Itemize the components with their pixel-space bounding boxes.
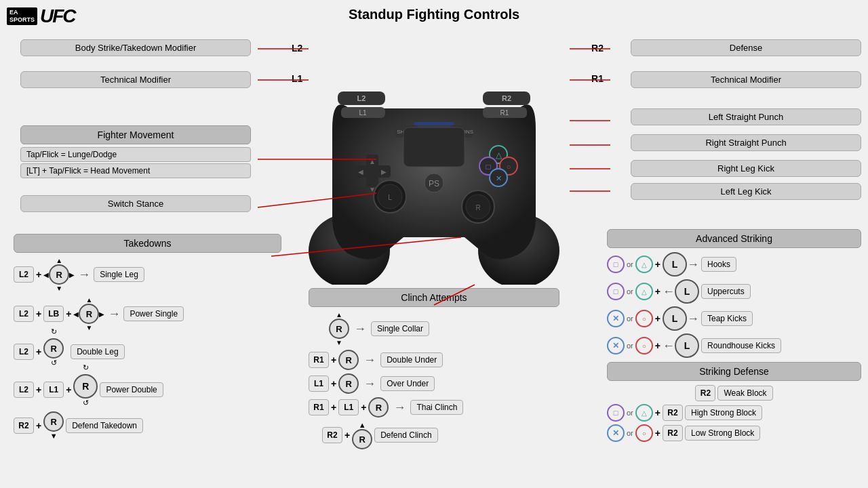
takedown-defend-row: R2 + R ▼ Defend Takedown [14,411,281,440]
r-stick-rotate-1: ↻ R ↺ [43,336,64,367]
hooks-result: Hooks [701,257,736,272]
svg-text:△: △ [496,150,502,160]
fighter-movement-header: Fighter Movement [20,125,251,144]
r1-btn-c1: R1 [309,352,329,368]
circle-icon-1: ○ [635,310,653,327]
l2-btn-4: L2 [14,382,34,398]
single-leg-result: Single Leg [94,267,144,282]
controller-image: L2 R2 L1 R1 SHARE OPTIONS PS ▲ ▼ ◀ ▶ △ [268,41,600,298]
teap-kicks-result: Teap Kicks [701,311,753,326]
left-leg-kick-label: Left Leg Kick [631,183,861,200]
svg-rect-14 [403,127,465,167]
r2-btn-sd1: R2 [695,385,715,401]
svg-text:L2: L2 [357,94,366,102]
l1-btn-c2: L1 [338,399,359,415]
r-stick-down: R ▼ [43,411,64,440]
clinch-section: Clinch Attempts ▲ R ▼ → Single Collar R1… [309,288,559,452]
controller-svg: L2 R2 L1 R1 SHARE OPTIONS PS ▲ ▼ ◀ ▶ △ [278,54,590,285]
takedowns-section: Takedowns L2 + ▲ ◀ R ▶ ▼ → Single Leg L2… [14,234,281,443]
fighter-movement-section: Fighter Movement Tap/Flick = Lunge/Dodge… [20,125,251,180]
r-stick-right-2: ▲ ◀ R ▶ ▼ [73,296,104,331]
svg-text:✕: ✕ [496,174,502,182]
square-icon-1: □ [607,256,625,273]
l2-btn-2: L2 [14,306,34,322]
logo: EASPORTS UFC [7,5,75,27]
lb-btn: LB [43,306,64,322]
l-stick-right-2: L → [663,306,699,331]
r-stick-right-c3: R [338,373,359,394]
switch-stance-label: Switch Stance [20,195,251,212]
power-single-result: Power Single [123,306,184,321]
uppercuts-result: Uppercuts [701,284,751,299]
clinch-thai-clinch-row: R1 + L1 + R → Thai Clinch [309,397,559,418]
r-stick-right-c2: R [338,350,359,370]
right-straight-punch-label: Right Straight Punch [631,134,861,151]
svg-text:▲: ▲ [369,158,376,165]
clinch-single-collar-row: ▲ R ▼ → Single Collar [309,311,559,346]
circle-icon-3: ○ [635,424,653,442]
takedown-power-double-row: L2 + L1 + ↻ R ↺ Power Double [14,371,281,407]
ufc-logo-text: UFC [40,5,75,27]
tap-flick-label: Tap/Flick = Lunge/Dodge [20,147,251,162]
r-stick-rotate-2: ↻ R ↺ [73,371,98,407]
advanced-striking-section: Advanced Striking □ or △ + L → Hooks □ o… [607,229,861,445]
high-strong-block-row: □ or △ + R2 High Strong Block [607,404,861,422]
cross-icon-1: ✕ [607,310,625,327]
weak-block-result: Weak Block [717,386,772,401]
page-title: Standup Fighting Controls [0,0,868,26]
l1-btn-c1: L1 [309,375,329,392]
right-leg-kick-label: Right Leg Kick [631,160,861,177]
triangle-icon-2: △ [635,283,653,300]
defend-takedown-result: Defend Takedown [66,418,143,433]
high-strong-block-result: High Strong Block [685,405,762,420]
takedowns-header: Takedowns [14,234,281,253]
triangle-icon-1: △ [635,256,653,273]
svg-text:◀: ◀ [358,168,363,176]
circle-icon-2: ○ [635,337,653,354]
r-stick-right-1: ▲ ◀ R ▶ ▼ [43,257,75,292]
double-under-result: Double Under [380,352,443,367]
l1-btn: L1 [43,382,64,398]
teap-kicks-row: ✕ or ○ + L → Teap Kicks [607,306,861,331]
clinch-double-under-row: R1 + R → Double Under [309,350,559,370]
cross-icon-2: ✕ [607,337,625,354]
r-stick-right-c4: R [368,397,389,418]
tech-modifier-left-label: Technical Modifier [20,71,251,88]
roundhouse-kicks-row: ✕ or ○ + ← L Roundhouse Kicks [607,333,861,358]
striking-defense-header: Striking Defense [607,362,861,381]
over-under-result: Over Under [380,376,435,391]
svg-text:□: □ [486,162,490,171]
takedown-power-single-row: L2 + LB + ▲ ◀ R ▶ ▼ → Power Single [14,296,281,331]
svg-text:L1: L1 [359,109,367,117]
r2-btn: R2 [14,418,34,434]
clinch-defend-row: R2 + ▲ R Defend Clinch [309,421,559,449]
left-straight-punch-label: Left Straight Punch [631,108,861,125]
clinch-over-under-row: L1 + R → Over Under [309,373,559,394]
adv-striking-header: Advanced Striking [607,229,861,248]
r-stick-right-c1: ▲ R ▼ [329,311,349,346]
defense-label: Defense [631,39,861,56]
lt-tap-label: [LT] + Tap/Flick = Head Movement [20,163,251,178]
weak-block-row: R2 Weak Block [607,385,861,401]
svg-text:▶: ▶ [381,168,387,176]
l-stick-left-2: ← L [663,333,699,358]
hooks-row: □ or △ + L → Hooks [607,252,861,277]
l2-btn-3: L2 [14,344,34,360]
svg-text:R2: R2 [502,94,511,102]
power-double-result: Power Double [100,382,163,397]
uppercuts-row: □ or △ + ← L Uppercuts [607,279,861,304]
svg-text:○: ○ [507,163,511,171]
svg-text:L: L [388,194,392,201]
svg-text:PS: PS [429,179,439,188]
square-icon-2: □ [607,283,625,300]
l-stick-left-1: ← L [663,279,699,304]
square-icon-3: □ [607,404,625,422]
defend-clinch-result: Defend Clinch [374,428,437,443]
r2-btn-sd2: R2 [663,405,683,421]
l2-btn: L2 [14,266,34,283]
roundhouse-kicks-result: Roundhouse Kicks [701,338,781,353]
single-collar-result: Single Collar [371,321,429,336]
r-stick-up-c: ▲ R [352,421,372,449]
svg-text:R1: R1 [500,109,509,117]
svg-text:R: R [475,204,480,211]
